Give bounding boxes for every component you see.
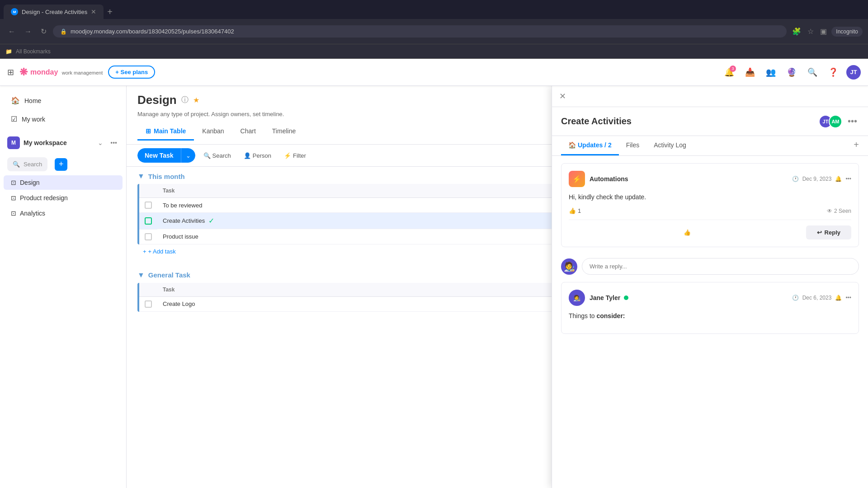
- new-tab-btn[interactable]: +: [104, 5, 116, 19]
- sidebar-icon[interactable]: ▣: [818, 25, 829, 38]
- extensions-icon[interactable]: 🧩: [790, 25, 803, 38]
- back-btn[interactable]: ←: [5, 26, 18, 38]
- active-tab[interactable]: M Design - Create Activities ✕: [4, 5, 104, 19]
- lock-icon: 🔒: [60, 28, 67, 35]
- tab-favicon: M: [11, 8, 18, 15]
- bookmarks-icon: 📁: [5, 48, 12, 55]
- star-icon[interactable]: ☆: [806, 25, 816, 38]
- url-text: moodjoy.monday.com/boards/1830420525/pul…: [71, 28, 234, 35]
- forward-btn[interactable]: →: [22, 26, 34, 38]
- refresh-btn[interactable]: ↻: [38, 25, 49, 38]
- tab-close-btn[interactable]: ✕: [91, 8, 96, 15]
- incognito-btn[interactable]: Incognito: [831, 27, 863, 37]
- address-bar[interactable]: 🔒 moodjoy.monday.com/boards/1830420525/p…: [53, 25, 787, 38]
- tab-title: Design - Create Activities: [22, 9, 87, 15]
- bookmarks-label: All Bookmarks: [16, 48, 51, 55]
- incognito-label: Incognito: [836, 28, 858, 35]
